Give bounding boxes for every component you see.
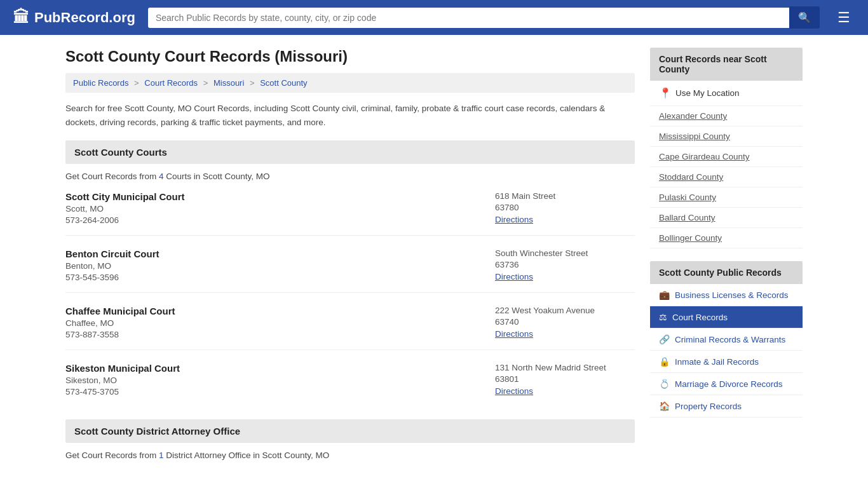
public-record-label-3: Inmate & Jail Records (675, 357, 759, 367)
court-address-0: 618 Main Street (495, 191, 635, 201)
public-records-list: 💼 Business Licenses & Records ⚖ Court Re… (650, 284, 803, 417)
court-zip-3: 63801 (495, 374, 635, 384)
public-record-item-1[interactable]: ⚖ Court Records (650, 306, 803, 329)
public-record-label-5: Property Records (675, 402, 742, 411)
public-record-label-2: Criminal Records & Warrants (675, 335, 785, 344)
courts-subtext: Get Court Records from 4 Courts in Scott… (65, 172, 635, 181)
da-subtext: Get Court Records from 1 District Attorn… (65, 451, 635, 460)
public-record-icon-2: 🔗 (659, 334, 670, 344)
court-left-3: Sikeston Municipal Court Sikeston, MO 57… (65, 363, 180, 396)
nearby-county-2[interactable]: Cape Girardeau County (650, 147, 803, 167)
directions-link-1[interactable]: Directions (495, 272, 533, 281)
logo-text: PubRecord.org (34, 10, 135, 26)
use-my-location[interactable]: 📍 Use My Location (650, 81, 803, 106)
court-city-3: Sikeston, MO (65, 376, 180, 385)
search-area: 🔍 (148, 6, 820, 29)
court-name-3: Sikeston Municipal Court (65, 363, 180, 374)
directions-link-2[interactable]: Directions (495, 329, 533, 339)
court-city-1: Benton, MO (65, 261, 159, 271)
court-right-1: South Winchester Street 63736 Directions (495, 248, 635, 282)
court-right-0: 618 Main Street 63780 Directions (495, 191, 635, 225)
logo[interactable]: 🏛 PubRecord.org (13, 8, 135, 27)
breadcrumb-scott-county[interactable]: Scott County (260, 78, 307, 88)
public-record-icon-4: 💍 (659, 379, 670, 389)
court-entry: Benton Circuit Court Benton, MO 573-545-… (65, 248, 635, 293)
public-record-item-5[interactable]: 🏠 Property Records (650, 395, 803, 417)
court-zip-2: 63740 (495, 317, 635, 327)
public-record-icon-5: 🏠 (659, 401, 670, 411)
nearby-county-0[interactable]: Alexander County (650, 106, 803, 126)
header: 🏛 PubRecord.org 🔍 ☰ (0, 0, 868, 35)
public-records-header: Scott County Public Records (650, 261, 803, 284)
hamburger-button[interactable]: ☰ (832, 7, 855, 29)
breadcrumb-sep-2: > (203, 78, 210, 88)
sidebar: Court Records near Scott County 📍 Use My… (650, 48, 803, 470)
location-icon: 📍 (659, 87, 672, 99)
da-count-link[interactable]: 1 (159, 451, 164, 460)
nearby-county-3[interactable]: Stoddard County (650, 167, 803, 187)
breadcrumb-sep-1: > (134, 78, 141, 88)
use-my-location-label: Use My Location (675, 88, 740, 98)
breadcrumb: Public Records > Court Records > Missour… (65, 73, 635, 93)
page-description: Search for free Scott County, MO Court R… (65, 102, 635, 129)
nearby-county-4[interactable]: Pulaski County (650, 187, 803, 208)
main-container: Scott County Court Records (Missouri) Pu… (53, 35, 815, 483)
court-city-2: Chaffee, MO (65, 318, 175, 328)
content-area: Scott County Court Records (Missouri) Pu… (65, 48, 635, 470)
public-record-label-1: Court Records (672, 313, 728, 322)
public-record-icon-0: 💼 (659, 290, 670, 300)
court-name-2: Chaffee Municipal Court (65, 306, 175, 316)
court-entry: Scott City Municipal Court Scott, MO 573… (65, 191, 635, 236)
court-entry: Sikeston Municipal Court Sikeston, MO 57… (65, 363, 635, 407)
page-title: Scott County Court Records (Missouri) (65, 48, 635, 65)
search-button[interactable]: 🔍 (789, 6, 820, 29)
directions-link-0[interactable]: Directions (495, 215, 533, 224)
public-record-item-4[interactable]: 💍 Marriage & Divorce Records (650, 373, 803, 395)
court-left-1: Benton Circuit Court Benton, MO 573-545-… (65, 248, 159, 282)
nearby-header: Court Records near Scott County (650, 48, 803, 81)
nearby-counties-list: Alexander CountyMississippi CountyCape G… (650, 106, 803, 248)
public-record-icon-1: ⚖ (659, 312, 667, 322)
court-phone-3: 573-475-3705 (65, 387, 180, 396)
court-address-3: 131 North New Madrid Street (495, 363, 635, 372)
nearby-section: Court Records near Scott County 📍 Use My… (650, 48, 803, 248)
court-list: Scott City Municipal Court Scott, MO 573… (65, 191, 635, 407)
court-name-0: Scott City Municipal Court (65, 191, 185, 202)
logo-icon: 🏛 (13, 8, 29, 27)
hamburger-icon: ☰ (837, 10, 850, 25)
search-icon: 🔍 (798, 12, 811, 23)
public-record-item-3[interactable]: 🔒 Inmate & Jail Records (650, 351, 803, 373)
court-left-0: Scott City Municipal Court Scott, MO 573… (65, 191, 185, 225)
breadcrumb-sep-3: > (250, 78, 257, 88)
public-record-item-2[interactable]: 🔗 Criminal Records & Warrants (650, 329, 803, 351)
court-address-1: South Winchester Street (495, 248, 635, 258)
search-input[interactable] (148, 8, 789, 28)
court-city-0: Scott, MO (65, 204, 185, 214)
nearby-county-6[interactable]: Bollinger County (650, 228, 803, 248)
court-phone-2: 573-887-3558 (65, 330, 175, 339)
nearby-county-5[interactable]: Ballard County (650, 208, 803, 228)
court-entry: Chaffee Municipal Court Chaffee, MO 573-… (65, 306, 635, 350)
court-left-2: Chaffee Municipal Court Chaffee, MO 573-… (65, 306, 175, 339)
breadcrumb-public-records[interactable]: Public Records (73, 78, 128, 88)
da-section-header: Scott County District Attorney Office (65, 419, 635, 443)
court-zip-0: 63780 (495, 203, 635, 212)
public-record-icon-3: 🔒 (659, 356, 670, 367)
public-records-section: Scott County Public Records 💼 Business L… (650, 261, 803, 417)
breadcrumb-court-records[interactable]: Court Records (144, 78, 198, 88)
court-phone-0: 573-264-2006 (65, 215, 185, 225)
public-record-label-4: Marriage & Divorce Records (675, 379, 783, 389)
court-address-2: 222 West Yoakum Avenue (495, 306, 635, 315)
court-zip-1: 63736 (495, 260, 635, 269)
court-name-1: Benton Circuit Court (65, 248, 159, 259)
court-phone-1: 573-545-3596 (65, 273, 159, 282)
courts-count-link[interactable]: 4 (159, 172, 164, 181)
nearby-county-1[interactable]: Mississippi County (650, 126, 803, 147)
public-record-item-0[interactable]: 💼 Business Licenses & Records (650, 284, 803, 306)
courts-section-header: Scott County Courts (65, 140, 635, 164)
public-record-label-0: Business Licenses & Records (675, 290, 789, 300)
court-right-3: 131 North New Madrid Street 63801 Direct… (495, 363, 635, 396)
court-right-2: 222 West Yoakum Avenue 63740 Directions (495, 306, 635, 339)
breadcrumb-missouri[interactable]: Missouri (214, 78, 244, 88)
directions-link-3[interactable]: Directions (495, 386, 533, 396)
